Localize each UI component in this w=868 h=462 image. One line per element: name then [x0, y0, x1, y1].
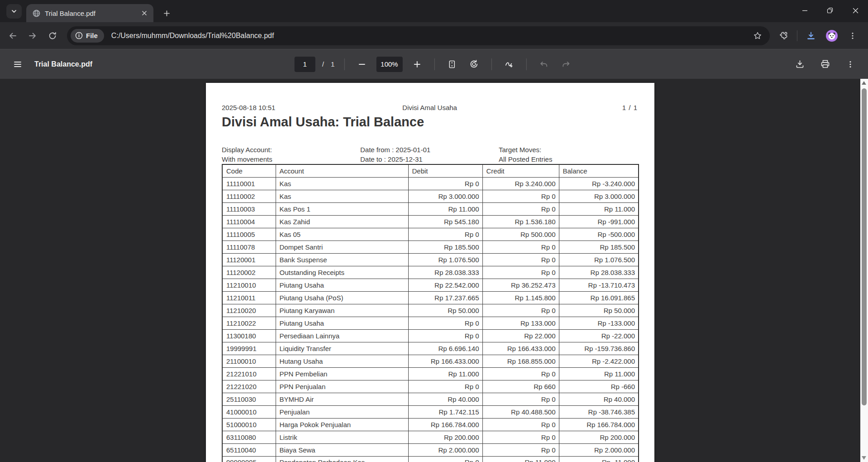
- table-cell: Pendapatan Perbedaan Kas: [276, 456, 408, 462]
- table-cell: Rp 17.237.665: [408, 291, 482, 304]
- table-header-cell: Debit: [408, 164, 482, 177]
- table-cell: Rp 185.500: [559, 241, 639, 253]
- table-cell: Rp 200.000: [559, 431, 639, 443]
- table-cell: Piutang Usaha: [276, 317, 408, 329]
- table-row: 21221020PPN PenjualanRp 0Rp 660Rp -660: [222, 380, 639, 393]
- browser-tab[interactable]: Trial Balance.pdf: [26, 4, 153, 22]
- fit-to-page-button[interactable]: [444, 57, 459, 72]
- table-cell: Rp -133.000: [559, 317, 639, 329]
- pdf-page: 2025-08-18 10:51 Divisi Amal Usaha 1 / 1…: [206, 83, 654, 462]
- page-total: 1: [331, 60, 334, 68]
- table-cell: Rp 3.000.000: [559, 190, 639, 202]
- page-number-input[interactable]: 1: [295, 57, 315, 72]
- tab-search-button[interactable]: [6, 4, 22, 19]
- kebab-menu-icon: [849, 32, 857, 40]
- print-button[interactable]: [817, 57, 833, 72]
- table-cell: Rp 11.000: [559, 202, 639, 215]
- table-row: 11110002KasRp 3.000.000Rp 0Rp 3.000.000: [222, 190, 639, 202]
- table-cell: Rp 40.000: [559, 393, 639, 405]
- print-icon: [820, 59, 830, 69]
- table-row: 11110004Kas ZahidRp 545.180Rp 1.536.180R…: [222, 215, 639, 228]
- forward-button[interactable]: [23, 26, 43, 46]
- filter-label: Display Account:: [222, 145, 272, 154]
- table-header-row: CodeAccountDebitCreditBalance: [222, 164, 639, 177]
- table-row: 19999991Liquidity TransferRp 6.696.140Rp…: [222, 342, 639, 355]
- zoom-out-button[interactable]: [354, 57, 369, 72]
- window-close-button[interactable]: [843, 0, 868, 21]
- new-tab-button[interactable]: [159, 6, 174, 20]
- table-cell: Rp 36.252.473: [482, 279, 559, 291]
- table-cell: Rp 0: [482, 367, 559, 380]
- browser-menu-button[interactable]: [844, 27, 862, 45]
- zoom-in-button[interactable]: [409, 57, 424, 72]
- window-minimize-button[interactable]: [792, 0, 817, 21]
- table-cell: Kas Zahid: [276, 215, 408, 228]
- table-cell: 41000010: [222, 405, 276, 418]
- window-controls: [792, 0, 868, 21]
- table-cell: Rp 0: [482, 266, 559, 279]
- downloads-button[interactable]: [802, 27, 820, 45]
- browser-toolbar: File C:/Users/muhmm/Downloads/Trial%20Ba…: [0, 22, 868, 49]
- rotate-button[interactable]: [466, 57, 482, 72]
- table-cell: Kas 05: [276, 228, 408, 241]
- reload-button[interactable]: [43, 26, 62, 46]
- table-cell: Hutang Usaha: [276, 355, 408, 367]
- table-cell: Rp 11.000: [482, 456, 559, 462]
- table-head: CodeAccountDebitCreditBalance: [222, 164, 639, 177]
- table-cell: Rp 166.784.000: [408, 418, 482, 431]
- vertical-scrollbar[interactable]: [860, 79, 868, 462]
- scrollbar-up-arrow-icon[interactable]: [862, 81, 866, 85]
- table-cell: 11110004: [222, 215, 276, 228]
- table-cell: Rp 50.000: [408, 304, 482, 317]
- table-cell: Rp 166.784.000: [559, 418, 639, 431]
- zoom-level-input[interactable]: 100%: [376, 57, 402, 72]
- filter-date-to: Date to : 2025-12-31: [360, 154, 430, 164]
- table-cell: 11110005: [222, 228, 276, 241]
- annotate-draw-button[interactable]: [501, 57, 516, 72]
- filter-value: With movements: [222, 154, 272, 164]
- table-row: 51000010Harga Pokok PenjualanRp 166.784.…: [222, 418, 639, 431]
- pdf-menu-button[interactable]: [10, 57, 25, 72]
- pdf-download-button[interactable]: [792, 57, 807, 72]
- scrollbar-down-arrow-icon[interactable]: [862, 456, 866, 460]
- url-text[interactable]: C:/Users/muhmm/Downloads/Trial%20Balance…: [111, 32, 750, 40]
- filter-date-from: Date from : 2025-01-01: [360, 145, 430, 154]
- rotate-icon: [469, 59, 479, 69]
- table-cell: 99900005: [222, 456, 276, 462]
- download-icon: [795, 59, 805, 69]
- draw-pen-icon: [504, 59, 514, 69]
- table-cell: Rp 168.855.000: [482, 355, 559, 367]
- scrollbar-thumb[interactable]: [862, 88, 867, 405]
- table-cell: 25110030: [222, 393, 276, 405]
- toolbar-right-cluster: [774, 27, 862, 45]
- table-cell: Listrik: [276, 431, 408, 443]
- table-cell: Rp 2.000.000: [559, 443, 639, 456]
- bookmark-star-button[interactable]: [750, 28, 765, 43]
- arrow-forward-icon: [28, 31, 37, 40]
- puzzle-icon: [779, 31, 788, 40]
- back-button[interactable]: [3, 26, 23, 46]
- table-cell: 11110002: [222, 190, 276, 202]
- table-cell: 11120001: [222, 253, 276, 266]
- table-cell: Dompet Santri: [276, 241, 408, 253]
- undo-button[interactable]: [536, 57, 551, 72]
- table-row: 21221010PPN PembelianRp 11.000Rp 0Rp 11.…: [222, 367, 639, 380]
- tab-close-button[interactable]: [139, 8, 150, 19]
- table-cell: Rp 50.000: [559, 304, 639, 317]
- file-scheme-chip[interactable]: File: [71, 29, 104, 43]
- plus-icon: [163, 10, 170, 17]
- redo-button[interactable]: [558, 57, 573, 72]
- table-cell: 11110001: [222, 177, 276, 190]
- profile-avatar[interactable]: [823, 27, 841, 45]
- address-bar[interactable]: File C:/Users/muhmm/Downloads/Trial%20Ba…: [67, 26, 770, 45]
- table-cell: Piutang Usaha (PoS): [276, 291, 408, 304]
- filter-label: Target Moves:: [499, 145, 552, 154]
- extensions-button[interactable]: [774, 27, 792, 45]
- table-cell: Rp 0: [482, 431, 559, 443]
- window-restore-button[interactable]: [817, 0, 843, 21]
- pdf-more-options-button[interactable]: [843, 57, 858, 72]
- table-row: 99900005Pendapatan Perbedaan KasRp 0Rp 1…: [222, 456, 639, 462]
- info-circle-icon: [75, 32, 83, 39]
- table-cell: Rp 28.038.333: [408, 266, 482, 279]
- table-cell: Outstanding Receipts: [276, 266, 408, 279]
